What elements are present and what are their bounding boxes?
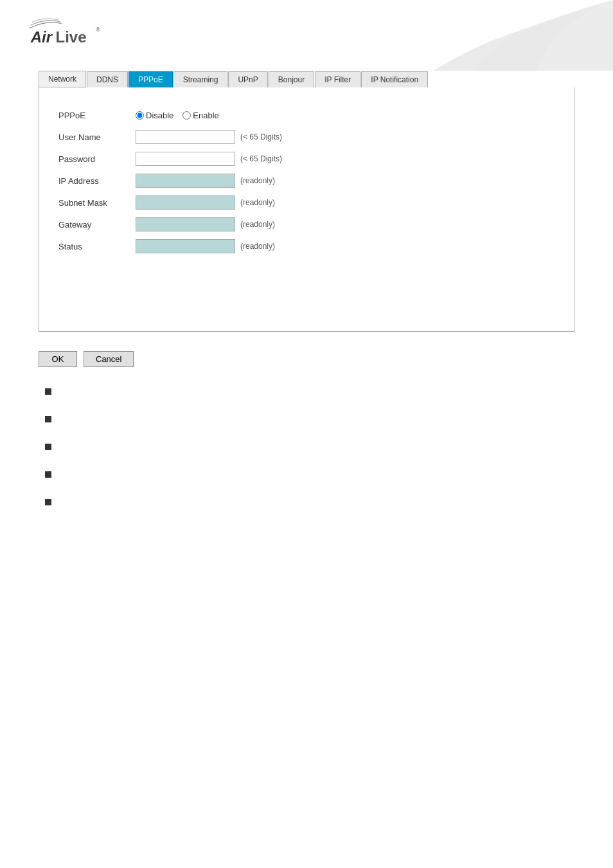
pppoe-disable-text: Disable — [146, 111, 173, 120]
status-row: Status (readonly) — [58, 238, 555, 255]
gateway-row: Gateway (readonly) — [58, 216, 555, 233]
password-row: Password (< 65 Digits) — [58, 150, 555, 167]
password-control: (< 65 Digits) — [136, 152, 282, 166]
gateway-label: Gateway — [58, 220, 136, 230]
gateway-hint: (readonly) — [240, 220, 275, 229]
gateway-control: (readonly) — [136, 217, 275, 231]
tab-streaming[interactable]: Streaming — [173, 71, 228, 87]
pppoe-enable-radio[interactable] — [182, 111, 191, 120]
pppoe-enable-label[interactable]: Enable — [182, 111, 218, 120]
tab-upnp[interactable]: UPnP — [228, 71, 267, 87]
subnet-mask-hint: (readonly) — [240, 198, 275, 207]
svg-text:Air: Air — [30, 28, 53, 46]
airlive-logo: Air Live ® — [26, 12, 109, 50]
tab-pppoe[interactable]: PPPoE — [129, 71, 173, 87]
tab-ip-notification[interactable]: IP Notification — [361, 71, 428, 87]
ip-address-label: IP Address — [58, 176, 136, 186]
tab-bonjour[interactable]: Bonjour — [269, 71, 314, 87]
subnet-mask-label: Subnet Mask — [58, 198, 136, 208]
status-hint: (readonly) — [240, 242, 275, 251]
ip-address-row: IP Address (readonly) — [58, 172, 555, 189]
gateway-input — [136, 217, 235, 231]
bullet-icon-5 — [45, 499, 51, 505]
pppoe-disable-radio[interactable] — [136, 111, 144, 120]
bullet-icon-4 — [45, 471, 51, 478]
ok-button[interactable]: OK — [39, 351, 77, 367]
pppoe-form: PPPoE Disable Enable — [58, 107, 555, 255]
header: Air Live ® — [0, 0, 613, 71]
status-label: Status — [58, 242, 136, 251]
svg-text:®: ® — [96, 26, 100, 33]
username-hint: (< 65 Digits) — [240, 132, 282, 141]
password-label: Password — [58, 154, 136, 164]
tab-ddns[interactable]: DDNS — [87, 71, 128, 87]
ip-address-hint: (readonly) — [240, 176, 275, 185]
username-control: (< 65 Digits) — [136, 130, 282, 144]
pppoe-control: Disable Enable — [136, 111, 219, 120]
bullet-item-2 — [45, 414, 574, 422]
status-control: (readonly) — [136, 239, 275, 253]
pppoe-disable-label[interactable]: Disable — [136, 111, 173, 120]
tab-navigation: Network DDNS PPPoE Streaming UPnP Bonjou… — [39, 71, 574, 87]
logo-area: Air Live ® — [26, 12, 109, 52]
main-content: Network DDNS PPPoE Streaming UPnP Bonjou… — [0, 71, 613, 550]
ip-address-control: (readonly) — [136, 174, 275, 188]
password-input[interactable] — [136, 152, 235, 166]
svg-text:Live: Live — [56, 28, 87, 46]
pppoe-enable-text: Enable — [193, 111, 218, 120]
form-panel: PPPoE Disable Enable — [39, 87, 574, 332]
subnet-mask-input — [136, 195, 235, 210]
tab-ip-filter[interactable]: IP Filter — [315, 71, 360, 87]
status-input — [136, 239, 235, 253]
username-input[interactable] — [136, 130, 235, 144]
bullet-icon-1 — [45, 388, 51, 395]
subnet-mask-control: (readonly) — [136, 195, 275, 210]
bullet-item-4 — [45, 469, 574, 478]
username-label: User Name — [58, 132, 136, 142]
header-decoration — [369, 0, 613, 71]
bullet-icon-3 — [45, 444, 51, 450]
button-row: OK Cancel — [39, 345, 574, 367]
bullet-sections — [39, 386, 574, 505]
pppoe-row: PPPoE Disable Enable — [58, 107, 555, 123]
password-hint: (< 65 Digits) — [240, 154, 282, 163]
ip-address-input — [136, 174, 235, 188]
pppoe-radio-group: Disable Enable — [136, 111, 219, 120]
bullet-item-1 — [45, 386, 574, 395]
username-row: User Name (< 65 Digits) — [58, 129, 555, 145]
bullet-item-5 — [45, 497, 574, 505]
bullet-icon-2 — [45, 416, 51, 422]
subnet-mask-row: Subnet Mask (readonly) — [58, 194, 555, 211]
tab-network[interactable]: Network — [39, 71, 86, 87]
pppoe-label: PPPoE — [58, 111, 136, 120]
cancel-button[interactable]: Cancel — [84, 351, 134, 367]
bullet-item-3 — [45, 442, 574, 450]
